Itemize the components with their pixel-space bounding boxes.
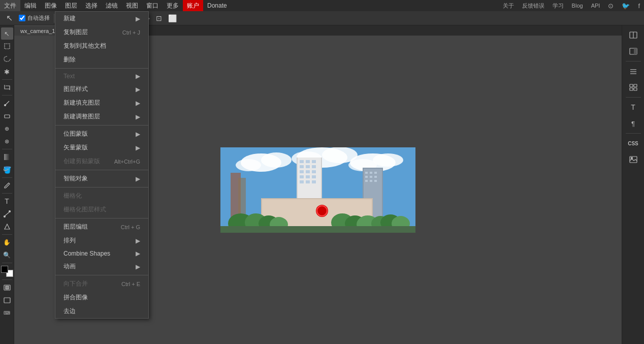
menu-item-animation[interactable]: 动画 ▶ [55,260,148,273]
menu-item-group[interactable]: 图层编组 Ctrl + G [55,220,148,234]
gradient-tool-button[interactable] [1,151,13,163]
menu-item-delete[interactable]: 删除 [55,53,148,67]
layers-expand-icon[interactable] [624,44,642,59]
menu-item-smart-object[interactable]: 智能对象 ▶ [55,172,148,185]
menu-item-layer-style[interactable]: 图层样式 ▶ [55,82,148,96]
menu-about[interactable]: 关于 [499,2,518,10]
svg-rect-42 [370,172,372,174]
menu-filter[interactable]: 滤镜 [102,0,122,11]
menu-item-rasterize-style-label: 栅格化图层样式 [63,205,106,214]
menu-item-combine-shapes-label: Combine Shapes [63,250,110,257]
menu-item-arrange[interactable]: 排列 ▶ [55,234,148,247]
menu-view[interactable]: 视图 [122,0,142,11]
paint-bucket-tool-button[interactable]: 🪣 [1,164,13,176]
move-tool-button[interactable]: ↖ [1,27,13,40]
screen-mode-button[interactable] [1,294,13,306]
properties-expand-icon[interactable] [624,27,642,43]
foreground-color-swatch[interactable] [1,266,8,273]
menu-item-bitmap-mask-arrow: ▶ [136,131,140,138]
menu-item-duplicate-shortcut: Ctrl + J [122,29,140,36]
menu-donate[interactable]: Donate [203,0,231,11]
list-view-icon[interactable] [624,64,642,79]
menu-item-flatten[interactable]: 拼合图像 [55,291,148,304]
auto-select-checkbox[interactable] [19,15,25,21]
type-tool-button[interactable]: T [1,195,13,207]
twitter-icon[interactable]: 🐦 [618,2,634,10]
menu-layer[interactable]: 图层 [61,0,81,11]
distribute2-icon[interactable]: ⊡ [154,13,164,23]
css-icon[interactable]: CSS [624,136,642,151]
menu-item-vector-mask[interactable]: 矢量蒙版 ▶ [55,141,148,154]
svg-rect-24 [300,160,304,163]
menu-item-new[interactable]: 新建 ▶ [55,12,148,25]
crop-tool-button[interactable] [1,81,13,93]
menu-account[interactable]: 账户 [183,0,203,11]
menu-item-copy-to-doc[interactable]: 复制到其他文档 [55,39,148,53]
menu-item-smart-object-label: 智能对象 [63,174,88,183]
eraser-tool-button[interactable] [1,110,13,122]
auto-select-checkbox-wrapper[interactable]: 自动选择 [19,14,50,22]
svg-rect-44 [365,176,368,178]
color-swatches[interactable] [1,266,13,277]
svg-rect-35 [312,175,316,178]
svg-rect-34 [306,175,310,178]
menu-item-combine-shapes[interactable]: Combine Shapes ▶ [55,247,148,260]
menu-separator-2 [55,125,148,126]
menu-window[interactable]: 窗口 [142,0,163,11]
facebook-icon[interactable]: f [634,2,644,10]
menu-feedback[interactable]: 反馈错误 [518,2,549,10]
menu-learn[interactable]: 学习 [549,2,568,10]
eyedropper-tool-button[interactable] [1,179,13,192]
text-format-icon[interactable]: T [624,100,642,115]
menu-select[interactable]: 选择 [81,0,102,11]
grid-view-icon[interactable] [624,80,642,95]
css-label: CSS [628,141,638,146]
menu-item-new-fill-layer-arrow: ▶ [136,100,140,107]
menu-api[interactable]: API [587,3,604,9]
zoom-tool-button[interactable]: 🔍 [1,249,13,261]
svg-point-1 [4,105,6,106]
menu-edit[interactable]: 编辑 [20,0,41,11]
clone-tool-button[interactable]: ⊕ [1,122,13,135]
keyboard-shortcut-button[interactable]: ⌨ [1,307,13,319]
svg-rect-29 [312,165,316,168]
options-separator-1 [54,14,54,23]
menu-bar: 文件 编辑 图像 图层 选择 滤镜 视图 窗口 更多 账户 Donate 关于 … [0,0,644,11]
svg-point-13 [236,159,261,171]
hand-tool-button[interactable]: ✋ [1,236,13,248]
tool-separator-3 [2,149,12,149]
heal-tool-button[interactable]: ⊗ [1,135,13,147]
marquee-tool-button[interactable] [1,40,13,52]
menu-item-rasterize-style: 栅格化图层样式 [55,203,148,216]
menu-file[interactable]: 文件 [0,0,20,11]
menu-blog[interactable]: Blog [568,3,587,9]
image-panel-icon[interactable] [624,152,642,167]
menu-more[interactable]: 更多 [163,0,183,11]
svg-rect-26 [312,160,316,163]
brush-tool-button[interactable] [1,97,13,109]
menu-item-layer-style-arrow: ▶ [136,86,140,93]
menu-item-new-adjustment-layer[interactable]: 新建调整图层 ▶ [55,110,148,123]
lasso-tool-button[interactable] [1,53,13,65]
menu-separator-1 [55,68,148,69]
shape-tool-button[interactable] [1,221,13,233]
menu-item-bitmap-mask[interactable]: 位图蒙版 ▶ [55,127,148,141]
menu-item-arrange-label: 排列 [63,236,76,245]
quick-mask-button[interactable] [1,282,13,294]
reddit-icon[interactable]: ⊙ [604,2,618,10]
svg-rect-3 [4,154,10,160]
menu-item-new-fill-layer[interactable]: 新建填充图层 ▶ [55,96,148,110]
menu-item-duplicate[interactable]: 复制图层 Ctrl + J [55,25,148,39]
magic-wand-tool-button[interactable]: ✱ [1,66,13,78]
paragraph-icon[interactable]: ¶ [624,116,642,131]
path-tool-button[interactable] [1,208,13,220]
menu-item-create-clipping-mask-label: 创建剪贴蒙版 [63,157,100,166]
menu-item-defringe[interactable]: 去边 [55,304,148,318]
menu-item-new-fill-layer-label: 新建填充图层 [63,99,100,107]
tool-separator-7 [2,263,12,263]
menu-item-new-adjustment-layer-arrow: ▶ [136,113,140,120]
menu-image[interactable]: 图像 [41,0,61,11]
menu-item-rasterize-label: 栅格化 [63,192,82,200]
fullscreen-icon[interactable]: ⬜ [166,13,179,23]
svg-point-4 [4,216,5,217]
